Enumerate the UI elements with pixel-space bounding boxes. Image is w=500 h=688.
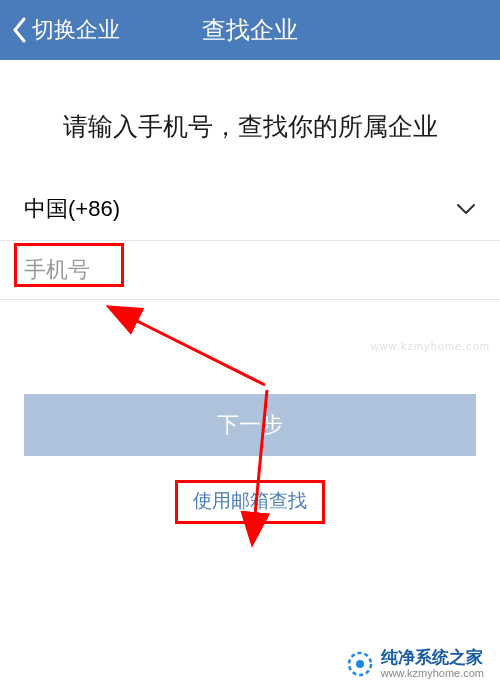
svg-line-1 xyxy=(135,320,265,385)
country-label: 中国(+86) xyxy=(24,194,120,224)
page-title: 查找企业 xyxy=(202,14,298,46)
phone-input[interactable] xyxy=(12,245,488,295)
email-search-link[interactable]: 使用邮箱查找 xyxy=(181,480,319,522)
next-button[interactable]: 下一步 xyxy=(24,394,476,456)
back-button[interactable]: 切换企业 xyxy=(12,15,120,45)
phone-input-wrapper xyxy=(0,241,500,300)
instruction-text: 请输入手机号，查找你的所属企业 xyxy=(0,60,500,178)
footer-brand: 纯净系统之家 xyxy=(381,649,484,668)
chevron-down-icon xyxy=(456,203,476,215)
country-selector[interactable]: 中国(+86) xyxy=(0,178,500,241)
footer-text-block: 纯净系统之家 www.kzmyhome.com xyxy=(381,649,484,680)
footer-watermark: 纯净系统之家 www.kzmyhome.com xyxy=(0,640,500,688)
footer-url: www.kzmyhome.com xyxy=(381,667,484,679)
footer-logo-icon xyxy=(347,651,373,677)
watermark-text: www.kzmyhome.com xyxy=(371,340,490,352)
back-label: 切换企业 xyxy=(32,15,120,45)
email-search-wrapper: 使用邮箱查找 xyxy=(0,480,500,522)
chevron-left-icon xyxy=(12,17,28,43)
navigation-header: 切换企业 查找企业 xyxy=(0,0,500,60)
svg-point-4 xyxy=(356,660,364,668)
